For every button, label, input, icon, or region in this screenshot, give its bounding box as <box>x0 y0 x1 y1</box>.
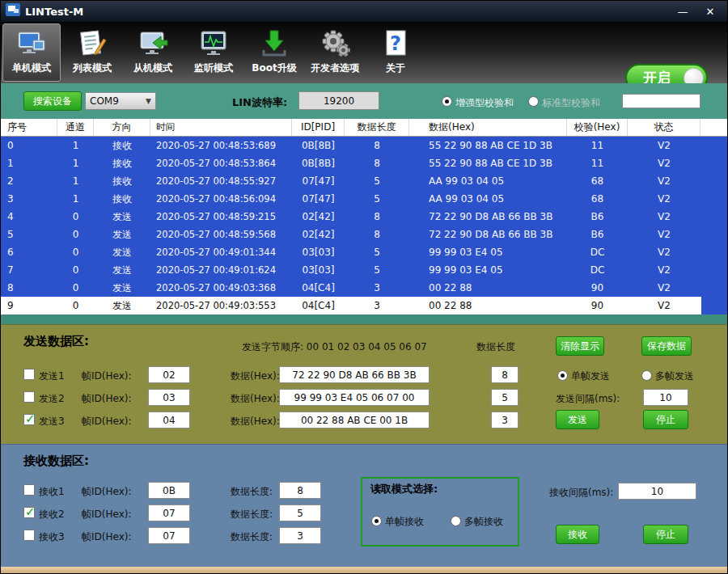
receive1-length-input[interactable] <box>279 482 321 499</box>
toolbar-item-developer-options[interactable]: 开发者选项 <box>306 23 364 82</box>
radio-multi-send[interactable] <box>641 370 652 381</box>
checkbox-receive3[interactable]: ✓ <box>23 530 35 541</box>
receive-interval-input[interactable] <box>618 483 696 500</box>
radio-multi-receive[interactable] <box>451 516 461 526</box>
chevron-down-icon: ▼ <box>146 97 151 105</box>
radio-single-receive[interactable] <box>371 516 382 526</box>
table-row[interactable]: 90发送2020-05-27 00:49:03:55304[C4]300 22 … <box>1 297 701 314</box>
table-cell: 99 99 03 E4 05 <box>409 243 567 261</box>
table-cell: 接收 <box>94 154 150 172</box>
radio-enhanced-checksum[interactable] <box>442 96 452 107</box>
table-header-cell[interactable]: 数据(Hex) <box>409 119 567 136</box>
send2-id-input[interactable] <box>148 389 190 406</box>
receive1-id-input[interactable] <box>148 482 190 499</box>
table-row[interactable]: 80发送2020-05-27 00:49:03:36804[C4]300 22 … <box>1 279 728 297</box>
table-row[interactable]: 11接收2020-05-27 00:48:53:8640B[8B]855 22 … <box>1 154 728 172</box>
monitor-icon <box>15 26 48 61</box>
table-header-cell[interactable]: 时间 <box>150 119 292 136</box>
receive2-length-input[interactable] <box>279 504 321 521</box>
table-header-cell[interactable]: ID[PID] <box>292 119 345 136</box>
toolbar-item-about[interactable]: ? 关于 <box>366 23 425 82</box>
table-row[interactable]: 01接收2020-05-27 00:48:53:6890B[8B]855 22 … <box>1 137 728 154</box>
table-cell: 72 22 90 D8 AB 66 BB 3B <box>409 226 567 243</box>
save-data-button[interactable]: 保存数据 <box>641 336 692 356</box>
send3-length-input[interactable] <box>491 412 518 428</box>
length-label: 数据长度: <box>231 508 273 521</box>
toolbar-item-list-mode[interactable]: 列表模式 <box>63 23 121 82</box>
checkbox-receive1[interactable]: ✓ <box>23 484 35 496</box>
send-button[interactable]: 发送 <box>556 410 599 429</box>
table-cell: V2 <box>628 190 700 208</box>
receive2-id-input[interactable] <box>148 504 190 521</box>
table-cell: 0B[8B] <box>292 137 345 154</box>
table-cell: 02[42] <box>292 226 345 243</box>
table-cell: V2 <box>628 172 700 190</box>
table-cell: 8 <box>345 226 409 243</box>
table-row[interactable]: 70发送2020-05-27 00:49:01:62403[03]599 99 … <box>1 261 728 279</box>
table-row[interactable]: 21接收2020-05-27 00:48:55:92707[47]5AA 99 … <box>1 172 728 190</box>
stop-send-button[interactable]: 停止 <box>643 410 688 429</box>
table-cell: 0 <box>57 261 94 279</box>
minimize-button[interactable]: — <box>669 6 696 18</box>
table-cell: 90 <box>567 279 628 297</box>
send1-data-input[interactable] <box>279 366 430 383</box>
checkbox-send3[interactable]: ✓ <box>23 414 35 425</box>
table-row[interactable]: 31接收2020-05-27 00:48:56:09407[47]5AA 99 … <box>1 190 728 208</box>
com-port-select[interactable]: COM9 ▼ <box>85 92 156 110</box>
check-icon: ✓ <box>25 504 36 519</box>
radio-single-send[interactable] <box>557 370 568 381</box>
send1-id-input[interactable] <box>148 366 190 383</box>
toolbar-item-single-mode[interactable]: 单机模式 <box>2 23 61 82</box>
table-cell: 55 22 90 88 AB CE 1D 3B <box>409 137 567 154</box>
toolbar-item-boot-upgrade[interactable]: Boot升级 <box>245 23 303 82</box>
send1-label: 发送1 <box>39 369 65 383</box>
radio-standard-checksum[interactable] <box>528 96 539 107</box>
app-window: LINTest-M — ✕ 单机模式 列表模式 从机模式 监听 <box>0 0 728 574</box>
table-cell: 0 <box>57 279 94 297</box>
table-header-cell[interactable]: 数据长度 <box>345 119 409 136</box>
stop-receive-button[interactable]: 停止 <box>643 525 688 544</box>
single-receive-label: 单帧接收 <box>385 515 424 529</box>
table-cell: 发送 <box>94 226 150 243</box>
send-interval-input[interactable] <box>643 389 688 406</box>
checkbox-send2[interactable]: ✓ <box>23 391 35 403</box>
table-cell: AA 99 03 04 05 <box>409 172 567 190</box>
checkbox-receive2[interactable]: ✓ <box>23 507 35 518</box>
send3-id-input[interactable] <box>148 412 190 428</box>
baud-rate-input[interactable] <box>298 91 379 110</box>
table-header-cell[interactable]: 序号 <box>1 119 57 136</box>
table-cell: V2 <box>628 243 700 261</box>
table-row[interactable]: 60发送2020-05-27 00:49:01:34403[03]599 99 … <box>1 243 728 261</box>
close-button[interactable]: ✕ <box>696 6 724 18</box>
clear-display-button[interactable]: 清除显示 <box>556 336 604 356</box>
multi-receive-label: 多帧接收 <box>464 515 503 529</box>
send3-data-input[interactable] <box>279 412 430 428</box>
oscilloscope-icon <box>197 26 230 61</box>
table-cell: V2 <box>628 154 700 172</box>
settings-right-input[interactable] <box>622 94 700 108</box>
table-header-cell[interactable]: 状态 <box>628 119 700 136</box>
table-cell: 5 <box>345 190 409 208</box>
receive-button[interactable]: 接收 <box>556 525 599 544</box>
receive3-id-input[interactable] <box>148 527 190 544</box>
send2-data-input[interactable] <box>279 389 430 406</box>
table-cell: 发送 <box>94 279 150 297</box>
send1-length-input[interactable] <box>491 366 518 383</box>
toolbar-item-slave-mode[interactable]: 从机模式 <box>124 23 182 82</box>
table-cell: DC <box>567 261 628 279</box>
table-header-cell[interactable]: 校验(Hex) <box>567 119 628 136</box>
send2-length-input[interactable] <box>491 389 518 406</box>
toolbar-item-listen-mode[interactable]: 监听模式 <box>184 23 243 82</box>
receive3-length-input[interactable] <box>279 527 321 544</box>
table-cell: 68 <box>567 172 628 190</box>
table-cell: 2020-05-27 00:48:59:215 <box>150 208 292 226</box>
toolbar: 单机模式 列表模式 从机模式 监听模式 Boot升级 <box>1 22 728 83</box>
checkbox-send1[interactable]: ✓ <box>23 369 35 380</box>
table-row[interactable]: 40发送2020-05-27 00:48:59:21502[42]872 22 … <box>1 208 728 226</box>
table-cell: 11 <box>567 154 628 172</box>
search-device-button[interactable]: 搜索设备 <box>23 91 82 111</box>
table-cell: 00 22 88 <box>409 279 567 297</box>
table-header-cell[interactable]: 通道 <box>57 119 94 136</box>
table-row[interactable]: 50发送2020-05-27 00:48:59:56802[42]872 22 … <box>1 226 728 243</box>
table-header-cell[interactable]: 方向 <box>94 119 150 136</box>
